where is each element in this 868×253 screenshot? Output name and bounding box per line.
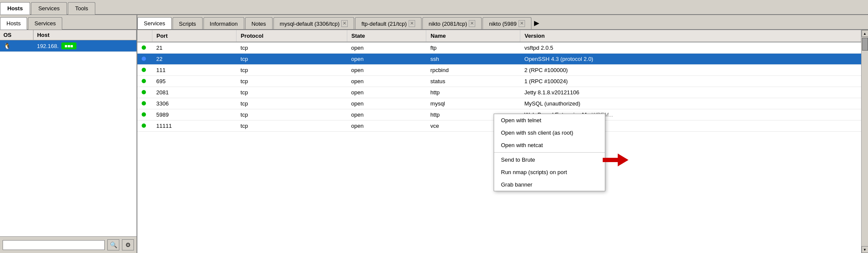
name-cell: status — [426, 76, 520, 87]
status-dot-icon — [142, 123, 146, 128]
right-tab-nikto1[interactable]: nikto (2081/tcp) ✕ — [422, 17, 482, 30]
status-cell — [137, 120, 152, 132]
status-dot-icon — [142, 79, 146, 83]
host-cell: 192.168. ■■■ — [33, 40, 137, 52]
status-cell — [137, 42, 152, 54]
version-cell: MySQL (unauthorized) — [520, 98, 861, 109]
right-tab-notes-label: Notes — [252, 21, 266, 27]
col-host: Host — [33, 30, 137, 40]
left-tab-hosts[interactable]: Hosts — [0, 17, 27, 30]
col-port: Port — [152, 30, 236, 42]
version-cell: 1 (RPC #100024) — [520, 76, 861, 87]
right-tab-nikto2[interactable]: nikto (5989 ✕ — [483, 17, 531, 30]
left-tab-services[interactable]: Services — [28, 17, 62, 30]
context-menu-brute[interactable]: Send to Brute — [494, 154, 605, 166]
scroll-down-arrow[interactable]: ▼ — [862, 246, 868, 253]
top-tab-hosts[interactable]: Hosts — [0, 2, 30, 15]
protocol-cell: tcp — [236, 54, 347, 65]
right-tab-notes[interactable]: Notes — [245, 17, 273, 30]
right-tab-nikto1-label: nikto (2081/tcp) — [429, 21, 467, 27]
context-menu-ssh[interactable]: Open with ssh client (as root) — [494, 126, 605, 139]
context-menu-nmap[interactable]: Run nmap (scripts) on port — [494, 166, 605, 178]
right-tab-nikto2-label: nikto (5989 — [489, 21, 516, 27]
name-cell: http — [426, 87, 520, 98]
right-main: Port Protocol State Name Version 21 tcp … — [137, 30, 868, 253]
protocol-cell: tcp — [236, 98, 347, 109]
right-tab-mysql[interactable]: mysql-default (3306/tcp) ✕ — [273, 17, 354, 30]
status-dot-icon — [142, 112, 146, 117]
version-cell: 2 (RPC #100000) — [520, 65, 861, 76]
name-cell: ssh — [426, 54, 520, 65]
state-cell: open — [347, 65, 426, 76]
linux-icon: 🐧 — [3, 42, 11, 49]
right-tab-services-label: Services — [144, 20, 165, 27]
right-tab-information[interactable]: Information — [203, 17, 244, 30]
red-arrow-icon — [603, 154, 628, 166]
state-cell: open — [347, 42, 426, 54]
port-cell: 2081 — [152, 87, 236, 98]
close-nikto2-tab[interactable]: ✕ — [519, 20, 525, 27]
context-menu-banner[interactable]: Grab banner — [494, 178, 605, 191]
close-nikto1-tab[interactable]: ✕ — [469, 20, 475, 27]
hosts-table-container: OS Host 🐧 192.168. ■■■ — [0, 30, 137, 236]
search-input[interactable] — [3, 240, 105, 250]
table-row[interactable]: 111 tcp open rpcbind 2 (RPC #100000) — [137, 65, 861, 76]
port-cell: 3306 — [152, 98, 236, 109]
right-tab-services[interactable]: Services — [137, 17, 172, 30]
context-menu-netcat[interactable]: Open with netcat — [494, 139, 605, 151]
hosts-table: OS Host 🐧 192.168. ■■■ — [0, 30, 137, 52]
right-tab-ftp-label: ftp-default (21/tcp) — [361, 21, 407, 27]
name-cell: ftp — [426, 42, 520, 54]
port-cell: 111 — [152, 65, 236, 76]
state-cell: open — [347, 98, 426, 109]
protocol-cell: tcp — [236, 65, 347, 76]
col-version: Version — [520, 30, 861, 42]
top-tab-tools[interactable]: Tools — [68, 2, 95, 15]
svg-marker-0 — [603, 154, 628, 166]
scroll-thumb[interactable] — [862, 38, 868, 51]
status-dot-icon — [142, 101, 146, 105]
status-cell — [137, 65, 152, 76]
context-menu-telnet[interactable]: Open with telnet — [494, 114, 605, 126]
close-mysql-tab[interactable]: ✕ — [341, 20, 348, 27]
settings-button[interactable]: ⚙ — [122, 239, 134, 250]
col-status — [137, 30, 152, 42]
state-cell: open — [347, 87, 426, 98]
top-nav-bar: Hosts Services Tools — [0, 0, 868, 15]
right-tab-scripts[interactable]: Scripts — [173, 17, 203, 30]
table-row[interactable]: 21 tcp open ftp vsftpd 2.0.5 — [137, 42, 861, 54]
protocol-cell: tcp — [236, 120, 347, 132]
os-cell: 🐧 — [0, 40, 33, 52]
table-row[interactable]: 695 tcp open status 1 (RPC #100024) — [137, 76, 861, 87]
protocol-cell: tcp — [236, 109, 347, 120]
state-cell: open — [347, 76, 426, 87]
context-menu-divider — [494, 152, 605, 153]
right-tab-information-label: Information — [210, 21, 238, 27]
col-protocol: Protocol — [236, 30, 347, 42]
status-cell — [137, 76, 152, 87]
search-button[interactable]: 🔍 — [107, 239, 119, 250]
table-row[interactable]: 3306 tcp open mysql MySQL (unauthorized) — [137, 98, 861, 109]
table-row[interactable]: 2081 tcp open http Jetty 8.1.8.v20121106 — [137, 87, 861, 98]
version-cell: Jetty 8.1.8.v20121106 — [520, 87, 861, 98]
left-bottom-toolbar: 🔍 ⚙ — [0, 236, 137, 253]
version-cell: vsftpd 2.0.5 — [520, 42, 861, 54]
port-cell: 11111 — [152, 120, 236, 132]
status-dot-icon — [142, 45, 146, 50]
services-content: Port Protocol State Name Version 21 tcp … — [137, 30, 861, 253]
port-cell: 21 — [152, 42, 236, 54]
top-tab-services[interactable]: Services — [31, 2, 67, 15]
port-cell: 695 — [152, 76, 236, 87]
right-scrollbar: ▲ ▼ — [861, 30, 868, 253]
right-tab-ftp[interactable]: ftp-default (21/tcp) ✕ — [355, 17, 422, 30]
scroll-up-arrow[interactable]: ▲ — [862, 30, 868, 37]
right-panel: Services Scripts Information Notes mysql… — [137, 15, 868, 253]
col-os: OS — [0, 30, 33, 40]
table-row[interactable]: 22 tcp open ssh OpenSSH 4.3 (protocol 2.… — [137, 54, 861, 65]
table-row[interactable]: 🐧 192.168. ■■■ — [0, 40, 137, 52]
state-cell: open — [347, 120, 426, 132]
close-ftp-tab[interactable]: ✕ — [409, 20, 415, 27]
tabs-overflow-arrow[interactable]: ▶ — [532, 17, 541, 29]
status-cell — [137, 109, 152, 120]
protocol-cell: tcp — [236, 76, 347, 87]
